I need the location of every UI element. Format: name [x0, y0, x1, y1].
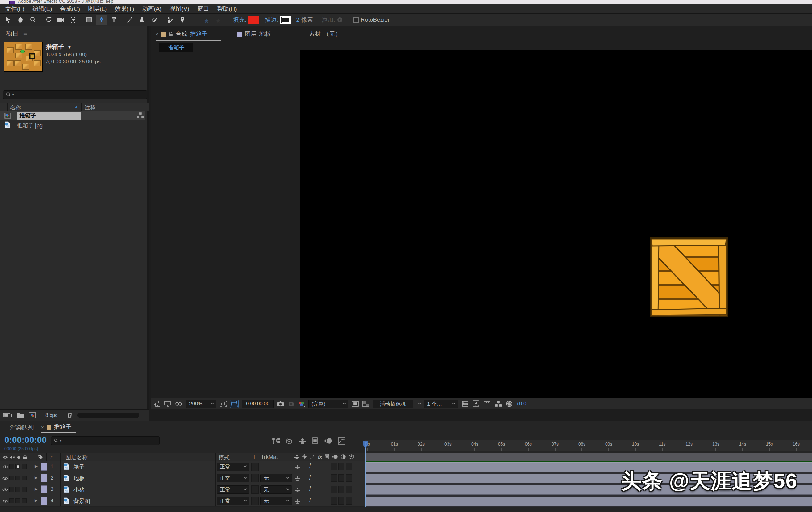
eye-toggle-icon[interactable] [2, 499, 8, 503]
stroke-color-swatch[interactable] [280, 16, 291, 24]
close-tab-icon[interactable]: × [41, 425, 44, 430]
tab-menu-icon[interactable]: ≡ [75, 424, 78, 430]
blend-mode-dropdown[interactable]: 正常 [216, 485, 250, 494]
menu-item-0[interactable]: 文件(F) [1, 4, 28, 14]
view-layout-dropdown[interactable]: 1 个… [424, 400, 458, 408]
timeline-button-icon[interactable] [483, 401, 491, 407]
switch-box-1[interactable] [331, 474, 337, 482]
switch-box-2[interactable] [338, 463, 344, 470]
hand-tool-button[interactable] [15, 15, 27, 25]
motion-blur-icon[interactable] [324, 437, 333, 444]
safe-margins-button[interactable] [230, 400, 238, 408]
column-trkmat[interactable]: TrkMat [261, 454, 278, 460]
shy-toggle-icon[interactable] [295, 464, 300, 470]
bit-depth-button[interactable]: 8 bpc [46, 412, 57, 418]
column-name[interactable]: 名称 [10, 104, 21, 111]
close-tab-icon[interactable]: × [155, 31, 158, 37]
viewer-tab-composition[interactable]: × 合成 推箱子 ≡ [155, 29, 213, 39]
audio-toggle[interactable] [9, 487, 14, 492]
column-number[interactable]: # [50, 455, 53, 460]
layer-row-背景图[interactable]: ▶4背景图正常无/ [0, 495, 365, 507]
tab-menu-icon[interactable]: ≡ [210, 31, 214, 37]
solo-toggle[interactable] [16, 476, 20, 481]
monitor-icon[interactable] [164, 401, 171, 407]
trash-icon[interactable] [66, 412, 73, 419]
flowchart-button-icon[interactable] [494, 401, 502, 407]
channel-rgb-icon[interactable] [298, 401, 305, 407]
comp-dropdown-icon[interactable]: ▼ [67, 45, 71, 49]
lock-icon[interactable] [169, 31, 173, 37]
rectangle-tool-button[interactable] [83, 15, 95, 25]
composition-mini-flowchart-icon[interactable] [272, 437, 280, 444]
current-time-display[interactable]: 0:00:00:00 [4, 435, 47, 445]
menu-item-6[interactable]: 视图(V) [166, 4, 193, 14]
used-in-comp-icon[interactable] [137, 112, 144, 119]
puppet-pin-tool-button[interactable] [177, 15, 188, 25]
layer-duration-bar-背景图[interactable] [365, 496, 812, 506]
selection-tool-button[interactable] [2, 15, 14, 25]
menu-item-5[interactable]: 动画(A) [138, 4, 166, 14]
menu-item-8[interactable]: 帮助(H) [213, 4, 241, 14]
switch-box-3[interactable] [346, 463, 352, 470]
blend-mode-dropdown[interactable]: 正常 [216, 463, 250, 471]
switch-box-3[interactable] [346, 474, 352, 482]
expand-arrow-icon[interactable]: ▶ [35, 475, 38, 480]
lock-toggle[interactable] [22, 487, 27, 492]
zoom-tool-button[interactable] [27, 15, 39, 25]
layer-label-color[interactable] [41, 474, 47, 482]
column-layer-name[interactable]: 图层名称 [65, 454, 88, 461]
expand-arrow-icon[interactable]: ▶ [35, 487, 38, 491]
trkmat-dropdown[interactable]: 无 [260, 485, 292, 494]
solo-toggle[interactable] [16, 498, 20, 503]
playhead-line[interactable] [365, 442, 366, 507]
comp-name[interactable]: 推箱子 [46, 43, 64, 51]
preserve-transparency-toggle[interactable] [251, 463, 259, 471]
switch-box-2[interactable] [338, 474, 344, 482]
panel-menu-icon[interactable]: ≡ [24, 30, 27, 37]
target-region-icon[interactable] [351, 401, 359, 407]
viewer-tab-footage[interactable]: 素材 （无） [309, 29, 341, 39]
layer-name[interactable]: 地板 [74, 475, 85, 482]
quality-toggle[interactable]: / [309, 474, 311, 481]
sort-ascending-icon[interactable]: ▲ [74, 104, 78, 109]
menu-item-2[interactable]: 合成(C) [56, 4, 84, 14]
column-comment[interactable]: 注释 [85, 104, 95, 111]
trkmat-dropdown[interactable]: 无 [260, 497, 292, 505]
shy-toggle-icon[interactable] [295, 498, 300, 504]
switch-box-1[interactable] [331, 463, 337, 470]
trkmat-dropdown[interactable]: 无 [260, 474, 292, 482]
timeline-search[interactable]: ▼ [51, 436, 160, 445]
layer-row-箱子[interactable]: ▶1箱子正常/ [0, 461, 365, 473]
stroke-width-value[interactable]: 2 [296, 17, 300, 23]
audio-toggle[interactable] [9, 464, 14, 469]
region-of-interest-icon[interactable] [220, 401, 227, 407]
clone-stamp-tool-button[interactable] [136, 15, 148, 25]
lock-toggle[interactable] [22, 498, 27, 503]
layer-row-地板[interactable]: ▶2地板正常无/ [0, 473, 365, 484]
zoom-level-dropdown[interactable]: 200% [186, 400, 216, 408]
project-search-input[interactable] [17, 91, 144, 98]
eraser-tool-button[interactable] [148, 15, 160, 25]
quality-toggle[interactable]: / [309, 463, 311, 470]
interpret-footage-icon[interactable] [3, 412, 12, 419]
quality-toggle[interactable]: / [309, 485, 311, 492]
project-tab[interactable]: 项目 [6, 29, 19, 37]
layer-name[interactable]: 背景图 [74, 497, 90, 505]
eye-toggle-icon[interactable] [2, 488, 8, 492]
preserve-transparency-toggle[interactable] [251, 474, 259, 482]
layer-label-color[interactable] [41, 497, 47, 505]
expand-arrow-icon[interactable]: ▶ [35, 464, 38, 468]
timeline-comp-tab[interactable]: × 推箱子 ≡ [41, 423, 78, 431]
graph-editor-icon[interactable] [338, 437, 346, 445]
exposure-value[interactable]: +0.0 [516, 401, 526, 407]
new-folder-icon[interactable] [17, 412, 24, 419]
quality-toggle[interactable]: / [309, 497, 311, 504]
switch-box-2[interactable] [338, 486, 344, 493]
shy-toggle-icon[interactable] [295, 476, 300, 481]
viewer-timecode[interactable]: 0:00:00:00 [242, 400, 274, 408]
render-queue-tab[interactable]: 渲染队列 [10, 424, 34, 432]
layer-name[interactable]: 箱子 [74, 463, 85, 470]
pan-behind-tool-button[interactable] [67, 15, 79, 25]
layer-name[interactable]: 小猪 [74, 486, 85, 493]
solo-toggle[interactable] [16, 464, 20, 469]
